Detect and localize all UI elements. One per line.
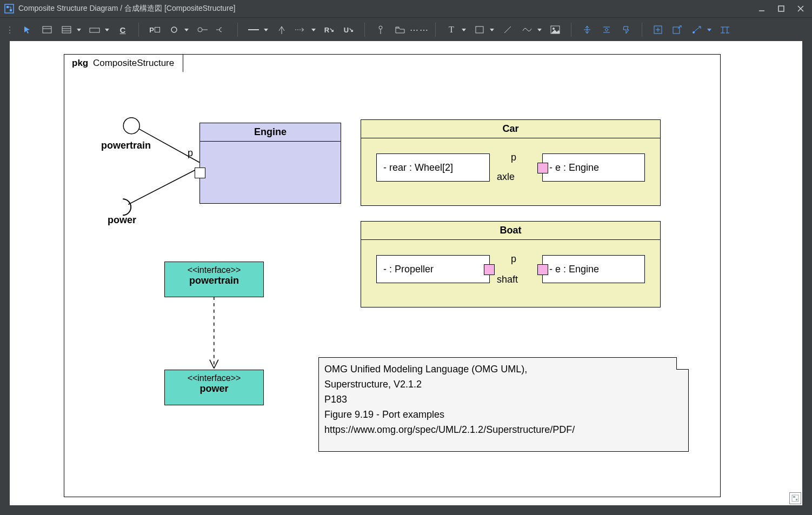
window-title: Composite Structure Diagram / 合成構造図 [Com… bbox=[18, 4, 757, 14]
svg-rect-47 bbox=[796, 499, 797, 500]
close-button[interactable] bbox=[796, 4, 806, 14]
tool-folder[interactable] bbox=[394, 24, 406, 36]
svg-point-19 bbox=[379, 26, 382, 29]
tool-usage[interactable]: U↘ bbox=[343, 24, 355, 36]
iface2-name: power bbox=[165, 383, 263, 398]
tool-vgap-expand[interactable] bbox=[581, 24, 593, 36]
note-line1: OMG Unified Modeling Language (OMG UML), bbox=[324, 362, 683, 377]
car-engine-port[interactable] bbox=[537, 163, 548, 173]
tool-provided[interactable] bbox=[168, 24, 180, 36]
dropdown-icon[interactable] bbox=[490, 29, 494, 31]
app-icon bbox=[4, 4, 14, 14]
dropdown-icon[interactable] bbox=[105, 29, 109, 31]
tool-socket[interactable] bbox=[216, 24, 228, 36]
tool-collab[interactable]: C bbox=[117, 24, 129, 36]
tool-slash[interactable] bbox=[502, 24, 514, 36]
svg-rect-46 bbox=[793, 496, 795, 498]
dropdown-icon[interactable] bbox=[184, 29, 189, 31]
note-line4: Figure 9.19 - Port examples bbox=[324, 407, 683, 423]
tool-tree[interactable] bbox=[719, 24, 731, 36]
tool-box-h[interactable] bbox=[41, 24, 53, 36]
dropdown-icon[interactable] bbox=[537, 29, 542, 31]
note-line5: https://www.omg.org/spec/UML/2.1.2/Super… bbox=[324, 423, 683, 438]
svg-point-13 bbox=[171, 27, 177, 32]
svg-rect-4 bbox=[778, 6, 784, 11]
tool-text[interactable]: T bbox=[445, 24, 457, 36]
tool-line[interactable] bbox=[248, 24, 259, 36]
boat-port-label: p bbox=[511, 253, 516, 265]
tool-realize[interactable]: R↘ bbox=[323, 24, 335, 36]
diagram-frame[interactable]: pkg CompositeStructure bbox=[64, 54, 721, 497]
iface2-stereo: <<interface>> bbox=[165, 370, 263, 383]
required-label: power bbox=[108, 215, 136, 226]
tool-image[interactable] bbox=[549, 24, 561, 36]
svg-point-39 bbox=[123, 118, 139, 134]
diagram-tab-name: CompositeStructure bbox=[93, 58, 174, 68]
tool-rect[interactable] bbox=[474, 24, 485, 36]
tool-wave[interactable] bbox=[521, 24, 533, 36]
diagram-tab-prefix: pkg bbox=[72, 58, 88, 68]
dropdown-icon[interactable] bbox=[264, 29, 268, 31]
tool-dots[interactable]: ⋯⋯ bbox=[414, 24, 425, 36]
car-name: Car bbox=[361, 120, 660, 138]
svg-rect-1 bbox=[6, 6, 9, 8]
svg-point-14 bbox=[198, 28, 202, 32]
boat-part-prop[interactable]: - : Propeller bbox=[376, 255, 490, 283]
maximize-button[interactable] bbox=[776, 4, 786, 14]
svg-line-22 bbox=[504, 26, 511, 33]
svg-rect-21 bbox=[476, 26, 483, 33]
dropdown-icon[interactable] bbox=[311, 29, 316, 31]
boat-e-text: - e : Engine bbox=[549, 264, 599, 275]
diagram-canvas[interactable]: pkg CompositeStructure bbox=[10, 41, 802, 505]
tool-pin[interactable] bbox=[375, 24, 387, 36]
engine-port[interactable] bbox=[195, 168, 205, 178]
tool-vgap-shrink[interactable] bbox=[601, 24, 613, 36]
class-engine[interactable]: Engine bbox=[199, 123, 341, 204]
interface-power[interactable]: <<interface>> power bbox=[164, 370, 264, 405]
svg-rect-7 bbox=[43, 26, 51, 33]
tool-lollipop[interactable] bbox=[196, 24, 208, 36]
tool-boxarrow[interactable] bbox=[671, 24, 683, 36]
note-fold-icon bbox=[676, 357, 689, 370]
car-port-label: p bbox=[511, 152, 516, 163]
car-part-engine[interactable]: - e : Engine bbox=[542, 153, 645, 182]
tool-dash-arrow[interactable] bbox=[295, 24, 307, 36]
car-e-text: - e : Engine bbox=[549, 162, 599, 173]
svg-rect-9 bbox=[62, 26, 71, 33]
comment-note[interactable]: OMG Unified Modeling Language (OMG UML),… bbox=[318, 357, 689, 452]
tool-port[interactable]: P bbox=[149, 24, 161, 36]
svg-rect-0 bbox=[5, 4, 14, 13]
tool-boxplus[interactable] bbox=[652, 24, 664, 36]
tool-box-v[interactable] bbox=[61, 24, 72, 36]
tool-pin2[interactable] bbox=[620, 24, 632, 36]
interface-powertrain[interactable]: <<interface>> powertrain bbox=[164, 262, 264, 297]
boat-prop-port[interactable] bbox=[484, 264, 495, 275]
iface1-stereo: <<interface>> bbox=[165, 262, 263, 275]
window-titlebar: Composite Structure Diagram / 合成構造図 [Com… bbox=[0, 0, 812, 17]
engine-name: Engine bbox=[200, 123, 341, 142]
dropdown-icon[interactable] bbox=[77, 29, 81, 31]
minimap-icon[interactable] bbox=[789, 492, 801, 504]
dropdown-icon[interactable] bbox=[707, 29, 711, 31]
car-connector-label: axle bbox=[497, 171, 515, 183]
boat-prop-text: - : Propeller bbox=[383, 264, 434, 275]
boat-name: Boat bbox=[361, 222, 660, 240]
svg-rect-12 bbox=[90, 28, 99, 32]
note-line3: P183 bbox=[324, 392, 683, 407]
engine-port-label: p bbox=[188, 148, 193, 159]
diagram-tab: pkg CompositeStructure bbox=[64, 54, 183, 72]
iface1-name: powertrain bbox=[165, 275, 263, 290]
boat-part-engine[interactable]: - e : Engine bbox=[542, 255, 645, 283]
minimize-button[interactable] bbox=[757, 4, 767, 14]
dropdown-icon[interactable] bbox=[462, 29, 466, 31]
boat-engine-port[interactable] bbox=[537, 264, 548, 275]
tool-pointer[interactable] bbox=[22, 24, 34, 36]
svg-rect-2 bbox=[10, 9, 12, 11]
car-rear-text: - rear : Wheel[2] bbox=[383, 162, 453, 173]
tool-part[interactable] bbox=[89, 24, 101, 36]
tool-zarrow[interactable] bbox=[691, 24, 703, 36]
car-part-rear[interactable]: - rear : Wheel[2] bbox=[376, 153, 490, 182]
provided-label: powertrain bbox=[101, 140, 151, 151]
svg-point-33 bbox=[693, 31, 695, 34]
tool-open-arrow-up[interactable] bbox=[276, 24, 288, 36]
